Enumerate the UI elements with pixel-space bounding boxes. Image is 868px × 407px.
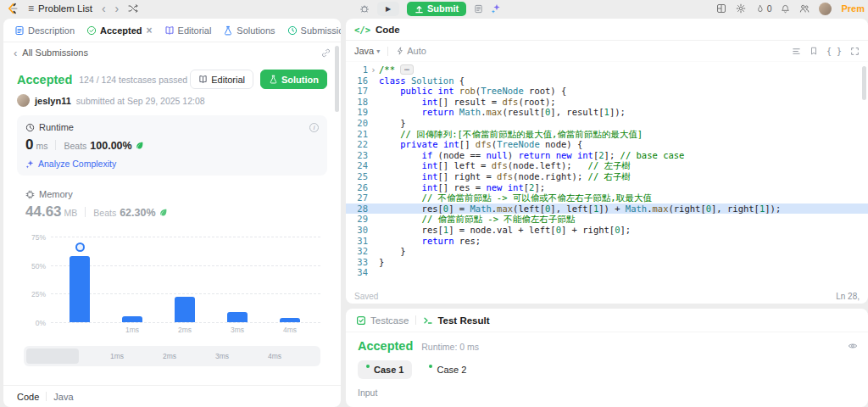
copy-link-icon[interactable] (321, 48, 331, 58)
streak-counter[interactable]: 0 (755, 3, 772, 14)
memory-chip-icon (25, 190, 35, 199)
all-submissions-link[interactable]: ‹ All Submissions (3, 42, 341, 63)
code-line[interactable]: 29 // 偷當前節點 -> 不能偷左右子節點 (346, 214, 868, 225)
tab-description[interactable]: Description (10, 25, 79, 36)
analyze-complexity-link[interactable]: Analyze Complexity (25, 159, 319, 169)
chart-gridline (51, 265, 320, 266)
code-line[interactable]: 26 int[] res = new int[2]; (346, 182, 868, 193)
prev-problem-button[interactable]: ‹ (102, 3, 106, 14)
eye-icon[interactable] (848, 341, 858, 351)
case-1-button[interactable]: Case 1 (358, 360, 412, 379)
hamburger-icon: ≡ (28, 3, 34, 14)
description-icon (14, 25, 25, 36)
bell-icon[interactable] (781, 4, 790, 14)
debug-icon[interactable] (359, 3, 370, 14)
brush-selection[interactable] (26, 348, 79, 364)
upload-icon (415, 4, 424, 14)
code-line[interactable]: 23 if (node == null) return new int[2]; … (346, 150, 868, 161)
memory-card[interactable]: Memory 44.63 MB Beats 62.30% (17, 182, 327, 220)
left-panel-scrollbar[interactable] (335, 46, 339, 112)
submission-panel: Description Accepted × Editorial Solutio… (3, 19, 341, 407)
terminal-icon (423, 315, 433, 326)
braces-icon[interactable]: { } (826, 47, 842, 56)
tab-test-result[interactable]: Test Result (423, 315, 489, 326)
code-line[interactable]: 31 return res; (346, 236, 868, 247)
chart-bar-0ms[interactable] (70, 256, 90, 322)
user-avatar[interactable] (819, 3, 832, 15)
folded-code-chip[interactable]: ⋯ (400, 64, 413, 75)
code-line[interactable]: 24 int[] left = dfs(node.left); // 左子樹 (346, 160, 868, 171)
chart-bar-3ms[interactable] (227, 312, 248, 322)
code-line[interactable]: 28 res[0] = Math.max(left[0], left[1]) +… (346, 204, 868, 215)
code-line[interactable]: 20 } (346, 118, 868, 129)
runtime-value: 0 (25, 137, 33, 153)
tab-editorial[interactable]: Editorial (160, 25, 216, 36)
premium-button[interactable]: Prem (841, 3, 865, 14)
code-line[interactable]: 19 return Math.max(result[0], result[1])… (346, 107, 868, 118)
editorial-button[interactable]: Editorial (190, 70, 253, 89)
code-line[interactable]: 17 public int rob(TreeNode root) { (346, 86, 868, 97)
editor-status-bar: Saved Ln 28, (346, 288, 868, 304)
submitter-avatar[interactable] (17, 94, 30, 107)
solution-button[interactable]: Solution (260, 70, 327, 89)
info-icon[interactable]: i (309, 123, 319, 132)
divider (85, 207, 86, 217)
code-line[interactable]: 1›/** ⋯ (346, 64, 868, 75)
case-dot (429, 365, 432, 368)
test-panel: Testcase Test Result Accepted Runtime: 0… (346, 309, 868, 407)
tab-label: Submissions (301, 25, 341, 36)
code-line[interactable]: 25 int[] right = dfs(node.right); // 右子樹 (346, 171, 868, 182)
tab-accepted[interactable]: Accepted × (82, 25, 157, 36)
code-line[interactable]: 27 // 不偷當前節點 -> 可以偷或不偷左右子節點,取最大值 (346, 192, 868, 204)
collaboration-icon[interactable] (799, 3, 810, 14)
code-line[interactable]: 33} (346, 257, 868, 268)
streak-count: 0 (767, 3, 772, 14)
tab-submissions[interactable]: Submissions (283, 25, 341, 36)
language-selector[interactable]: Java ▾ (354, 46, 380, 56)
chart-bar-4ms[interactable] (280, 318, 300, 322)
next-problem-button[interactable]: › (115, 3, 120, 14)
code-line[interactable]: 16class Solution { (346, 75, 868, 86)
editor-scrollbar[interactable] (862, 66, 866, 100)
brush-label: 2ms (163, 352, 176, 360)
bookmark-icon[interactable] (810, 47, 818, 55)
case-2-label: Case 2 (437, 365, 466, 375)
tab-solutions[interactable]: Solutions (219, 25, 279, 36)
case-2-button[interactable]: Case 2 (420, 360, 475, 379)
language-selector-value: Java (354, 46, 374, 56)
settings-gear-icon[interactable] (736, 3, 746, 14)
code-line[interactable]: 30 res[1] = node.val + left[0] + right[0… (346, 225, 868, 236)
chart-brush[interactable]: 1ms2ms3ms4ms (24, 346, 320, 366)
code-editor[interactable]: 1›/** ⋯16class Solution {17 public int r… (346, 62, 868, 288)
tab-testcase[interactable]: Testcase (356, 315, 409, 326)
testcase-tab-label: Testcase (370, 315, 409, 326)
code-line[interactable]: 21 // 回傳陣列:[不偷當前節點的最大值,偷當前節點的最大值] (346, 129, 868, 140)
celebration-leaf-icon (135, 141, 144, 150)
code-line[interactable]: 34 (346, 267, 868, 278)
run-button[interactable]: ▶ (377, 2, 399, 16)
fullscreen-icon[interactable] (850, 47, 860, 56)
runtime-card[interactable]: Runtime i 0 ms Beats 100.00% Analyze Com… (17, 115, 327, 176)
brush-label: 4ms (268, 352, 281, 360)
shuffle-icon[interactable] (128, 3, 138, 14)
code-line[interactable]: 32 } (346, 246, 868, 257)
close-tab-icon[interactable]: × (147, 25, 153, 36)
chart-bar-2ms[interactable] (175, 297, 195, 322)
leetcode-logo[interactable] (7, 3, 19, 14)
chart-bar-1ms[interactable] (122, 316, 142, 322)
format-icon[interactable] (792, 47, 801, 56)
layout-icon[interactable] (716, 3, 726, 14)
auto-toggle[interactable]: Auto (396, 46, 426, 56)
solutions-flask-icon (223, 25, 233, 36)
memory-title: Memory (39, 189, 73, 199)
submitter-username[interactable]: jeslyn11 (35, 96, 71, 106)
runtime-chart-plot: 75%50%25%0%1ms2ms3ms4ms (51, 231, 320, 322)
submit-button[interactable]: Submit (407, 2, 466, 16)
notes-icon[interactable] (474, 4, 483, 14)
footer-language-label: Java (53, 392, 73, 402)
code-line[interactable]: 22 private int[] dfs(TreeNode node) { (346, 139, 868, 150)
ai-sparkle-icon[interactable] (491, 3, 501, 14)
editor-toolbar: Java ▾ Auto { } (346, 41, 868, 62)
code-line[interactable]: 18 int[] result = dfs(root); (346, 97, 868, 108)
problem-list-button[interactable]: ≡ Problem List (28, 3, 92, 14)
